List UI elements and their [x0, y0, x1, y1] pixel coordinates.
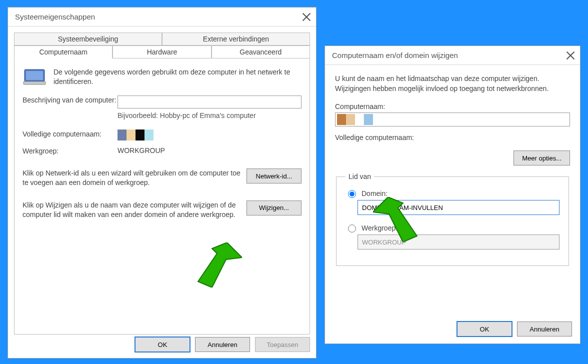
- close-icon[interactable]: [566, 51, 575, 60]
- svg-marker-5: [198, 242, 242, 288]
- fullname-value-redacted: [118, 130, 302, 140]
- workgroup-label: Werkgroep:: [22, 146, 118, 156]
- member-of-group: Lid van Domein: Werkgroep:: [336, 172, 569, 266]
- svg-marker-8: [373, 197, 417, 242]
- ok-button[interactable]: OK: [457, 322, 512, 336]
- ok-button[interactable]: OK: [135, 337, 190, 352]
- domain-radio-label: Domein:: [362, 190, 388, 198]
- change-text: Klik op Wijzigen als u de naam van deze …: [22, 200, 240, 220]
- system-properties-window: Systeemeigenschappen Systeembeveiliging …: [8, 7, 316, 358]
- tab-hardware[interactable]: Hardware: [112, 46, 211, 58]
- tab-geavanceerd[interactable]: Geavanceerd: [212, 46, 310, 58]
- computer-icon: [22, 68, 46, 88]
- change-button[interactable]: Wijzigen...: [246, 200, 302, 216]
- description-input[interactable]: [118, 96, 302, 108]
- tutorial-arrow-icon: [192, 242, 242, 288]
- window-title: Computernaam en/of domein wijzigen: [332, 51, 458, 60]
- svg-rect-3: [26, 71, 43, 80]
- computername-label: Computernaam:: [335, 102, 570, 110]
- fullname-label: Volledige computernaam:: [22, 130, 118, 140]
- intro-text: De volgende gegevens worden gebruikt om …: [54, 68, 302, 88]
- workgroup-value: WORKGROUP: [118, 146, 302, 156]
- titlebar[interactable]: Systeemeigenschappen: [8, 8, 316, 26]
- tab-page-computernaam: De volgende gegevens worden gebruikt om …: [14, 58, 310, 334]
- info-text: U kunt de naam en het lidmaatschap van d…: [335, 74, 570, 94]
- window-title: Systeemeigenschappen: [15, 12, 95, 21]
- tutorial-arrow-icon: [373, 197, 423, 242]
- domain-radio[interactable]: [348, 190, 356, 198]
- svg-rect-4: [24, 82, 46, 84]
- tab-systeembeveiliging[interactable]: Systeembeveiliging: [14, 32, 162, 46]
- titlebar[interactable]: Computernaam en/of domein wijzigen: [325, 46, 580, 65]
- cancel-button[interactable]: Annuleren: [195, 337, 250, 352]
- rename-domain-window: Computernaam en/of domein wijzigen U kun…: [324, 46, 580, 344]
- tab-strip: Systeembeveiliging Externe verbindingen …: [14, 32, 310, 58]
- cancel-button[interactable]: Annuleren: [517, 322, 572, 336]
- tab-computernaam[interactable]: Computernaam: [14, 46, 112, 58]
- close-icon[interactable]: [302, 12, 311, 22]
- member-of-legend: Lid van: [346, 172, 374, 180]
- apply-button[interactable]: Toepassen: [255, 337, 310, 352]
- workgroup-radio[interactable]: [348, 224, 356, 232]
- network-id-button[interactable]: Netwerk-id...: [246, 168, 302, 184]
- tab-externe-verbindingen[interactable]: Externe verbindingen: [162, 32, 310, 46]
- description-hint: Bijvoorbeeld: Hobby-pc of Emma's compute…: [118, 112, 302, 120]
- description-label: Beschrijving van de computer:: [22, 96, 118, 120]
- fullname-label: Volledige computernaam:: [335, 134, 570, 142]
- more-options-button[interactable]: Meer opties...: [514, 150, 570, 166]
- network-id-text: Klik op Netwerk-id als u een wizard wilt…: [22, 168, 240, 188]
- computername-value-redacted: [337, 114, 373, 125]
